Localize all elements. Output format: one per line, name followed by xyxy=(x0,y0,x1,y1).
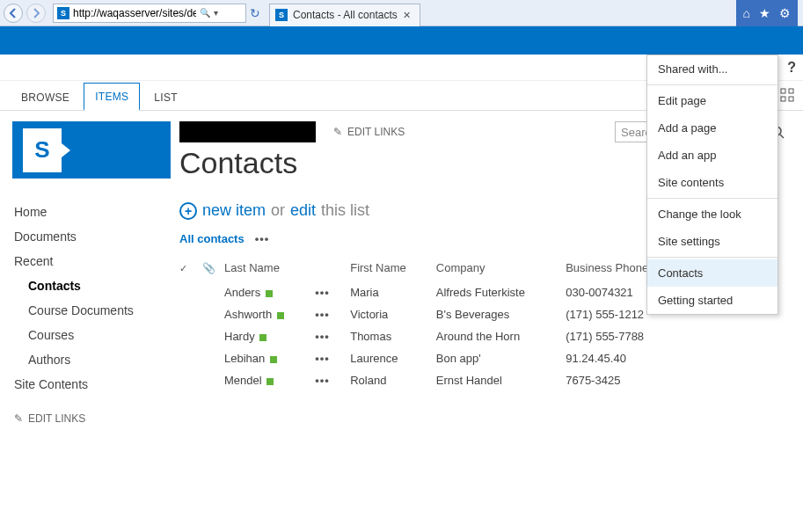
cell-firstname: Roland xyxy=(350,369,436,391)
browser-refresh-button[interactable]: ↻ xyxy=(250,6,260,20)
sidebar-item-home[interactable]: Home xyxy=(0,200,176,224)
table-row[interactable]: Mendel •••RolandErnst Handel7675-3425 xyxy=(179,369,787,391)
address-input[interactable] xyxy=(73,7,196,19)
browser-forward-button[interactable] xyxy=(26,4,46,23)
menu-separator xyxy=(647,84,777,85)
cell-firstname: Maria xyxy=(350,281,436,303)
focus-content-icon[interactable] xyxy=(780,88,794,102)
home-icon[interactable]: ⌂ xyxy=(743,6,750,20)
sidebar-item-authors[interactable]: Authors xyxy=(0,347,176,372)
cell-lastname[interactable]: Anders xyxy=(224,281,315,303)
sidebar-item-contacts[interactable]: Contacts xyxy=(0,273,176,298)
address-bar[interactable]: S 🔍 ▾ xyxy=(53,4,246,23)
attachment-icon: 📎 xyxy=(202,262,215,274)
item-menu-icon[interactable]: ••• xyxy=(315,352,330,365)
new-item-link[interactable]: new item xyxy=(202,201,266,220)
new-indicator-icon xyxy=(270,356,277,363)
cell-company: Around the Horn xyxy=(436,325,566,347)
menu-separator xyxy=(647,257,777,258)
col-company[interactable]: Company xyxy=(436,256,566,281)
address-dropdown-icon[interactable]: ▾ xyxy=(214,8,218,18)
sidebar-item-course-documents[interactable]: Course Documents xyxy=(0,298,176,323)
item-menu-icon[interactable]: ••• xyxy=(315,308,330,321)
select-all-icon[interactable]: ✓ xyxy=(179,263,187,273)
cell-lastname[interactable]: Hardy xyxy=(224,325,315,347)
settings-menu-item-shared-with-[interactable]: Shared with... xyxy=(647,55,777,83)
table-row[interactable]: Lebihan •••LaurenceBon app'91.24.45.40 xyxy=(179,347,787,369)
cell-homephone xyxy=(687,325,787,347)
ribbon-tab-items[interactable]: ITEMS xyxy=(84,83,140,111)
settings-menu-item-change-the-look[interactable]: Change the look xyxy=(647,200,777,228)
svg-rect-2 xyxy=(781,97,785,101)
ribbon-tab-browse[interactable]: BROWSE xyxy=(11,84,80,110)
new-indicator-icon xyxy=(277,312,284,319)
svg-rect-0 xyxy=(781,89,785,93)
cell-firstname: Laurence xyxy=(350,347,436,369)
site-logo[interactable]: S xyxy=(12,121,171,179)
settings-menu-item-site-contents[interactable]: Site contents xyxy=(647,169,777,196)
plus-circle-icon[interactable]: + xyxy=(179,202,197,220)
svg-rect-1 xyxy=(789,89,793,93)
sidebar-item-documents[interactable]: Documents xyxy=(0,224,176,249)
item-menu-icon[interactable]: ••• xyxy=(315,330,330,343)
browser-back-button[interactable] xyxy=(4,4,23,23)
cell-homephone xyxy=(687,369,787,391)
table-row[interactable]: Hardy •••ThomasAround the Horn(171) 555-… xyxy=(179,325,787,347)
cell-businessphone: (171) 555-7788 xyxy=(566,325,687,347)
site-title-redacted xyxy=(179,121,316,142)
col-firstname[interactable]: First Name xyxy=(350,256,436,281)
cell-lastname[interactable]: Ashworth xyxy=(224,303,315,325)
svg-line-5 xyxy=(780,135,784,138)
left-column: S HomeDocumentsRecentContactsCourse Docu… xyxy=(0,111,176,425)
browser-tab[interactable]: S Contacts - All contacts ✕ xyxy=(269,4,420,26)
item-menu-icon[interactable]: ••• xyxy=(315,374,330,387)
settings-menu: Shared with...Edit pageAdd a pageAdd an … xyxy=(646,55,778,315)
edit-list-link[interactable]: edit xyxy=(290,201,316,220)
tab-close-icon[interactable]: ✕ xyxy=(403,10,411,21)
tools-icon[interactable]: ⚙ xyxy=(779,6,791,20)
new-indicator-icon xyxy=(259,334,266,341)
settings-menu-item-getting-started[interactable]: Getting started xyxy=(647,287,777,314)
new-indicator-icon xyxy=(266,378,274,385)
or-text: or xyxy=(271,201,285,220)
favorites-icon[interactable]: ★ xyxy=(759,6,770,20)
item-menu-icon[interactable]: ••• xyxy=(315,286,330,299)
settings-menu-item-edit-page[interactable]: Edit page xyxy=(647,87,777,114)
top-nav-edit-links[interactable]: ✎ EDIT LINKS xyxy=(333,126,405,138)
col-lastname[interactable]: Last Name xyxy=(224,256,315,281)
svg-rect-3 xyxy=(789,97,793,101)
search-dropdown-icon[interactable]: 🔍 xyxy=(200,8,210,18)
sharepoint-favicon: S xyxy=(275,9,288,21)
ribbon-tab-list[interactable]: LIST xyxy=(143,84,188,110)
cell-company: Bon app' xyxy=(436,347,566,369)
this-list-text: this list xyxy=(321,201,369,220)
sidebar-item-site-contents[interactable]: Site Contents xyxy=(0,372,176,397)
settings-menu-item-add-an-app[interactable]: Add an app xyxy=(647,142,777,169)
quick-launch: HomeDocumentsRecentContactsCourse Docume… xyxy=(0,200,176,397)
browser-bar: S 🔍 ▾ ↻ S Contacts - All contacts ✕ ⌂ ★ … xyxy=(0,0,803,26)
quick-launch-edit-links[interactable]: ✎ EDIT LINKS xyxy=(0,412,176,425)
cell-homephone xyxy=(687,347,787,369)
browser-toolbar-right: ⌂ ★ ⚙ xyxy=(736,0,798,26)
cell-firstname: Victoria xyxy=(350,303,436,325)
cell-firstname: Thomas xyxy=(350,325,436,347)
menu-separator xyxy=(647,198,777,199)
view-menu-icon[interactable]: ••• xyxy=(255,232,270,245)
sharepoint-logo-icon: S xyxy=(23,128,62,172)
current-view[interactable]: All contacts xyxy=(179,232,245,245)
cell-businessphone: 7675-3425 xyxy=(566,369,687,391)
cell-lastname[interactable]: Lebihan xyxy=(224,347,315,369)
suite-bar xyxy=(0,26,803,55)
settings-menu-item-add-a-page[interactable]: Add a page xyxy=(647,114,777,142)
settings-menu-item-contacts[interactable]: Contacts xyxy=(647,259,777,287)
cell-businessphone: 91.24.45.40 xyxy=(566,347,687,369)
sharepoint-favicon: S xyxy=(57,7,69,19)
browser-tab-title: Contacts - All contacts xyxy=(293,9,398,21)
sidebar-item-recent[interactable]: Recent xyxy=(0,249,176,273)
help-icon[interactable]: ? xyxy=(787,60,796,76)
cell-company: Alfreds Futerkiste xyxy=(436,281,566,303)
edit-links-label: EDIT LINKS xyxy=(347,126,405,138)
settings-menu-item-site-settings[interactable]: Site settings xyxy=(647,228,777,255)
cell-lastname[interactable]: Mendel xyxy=(224,369,315,391)
sidebar-item-courses[interactable]: Courses xyxy=(0,323,176,347)
